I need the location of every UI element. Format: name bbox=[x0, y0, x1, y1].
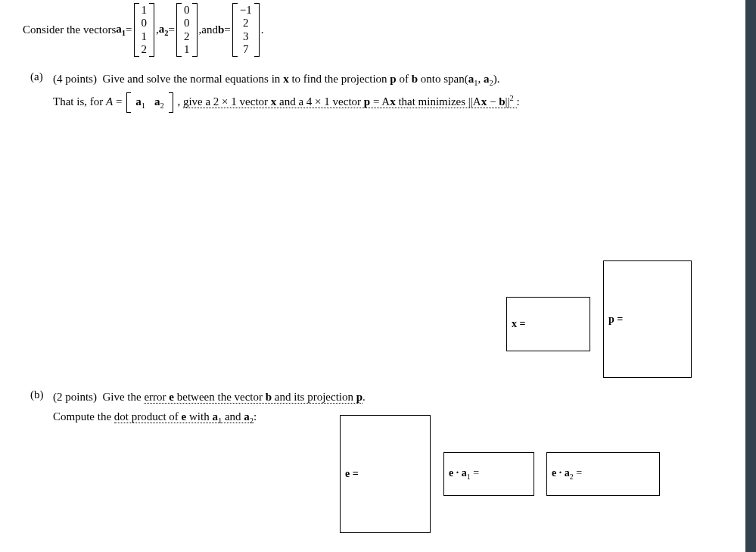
answer-box-x[interactable]: x = bbox=[506, 297, 590, 351]
answer-box-p[interactable]: p = bbox=[603, 260, 692, 378]
x-label: x = bbox=[507, 318, 525, 330]
p-label: p = bbox=[604, 313, 623, 326]
vector-a2: 0 0 2 1 bbox=[176, 3, 198, 57]
a2-symbol: a2 bbox=[159, 23, 169, 37]
period: . bbox=[261, 23, 264, 36]
page: Consider the vectors a1 = 1 0 1 2 , a2 =… bbox=[0, 0, 756, 552]
e-dot-a2-label: e · a2 = bbox=[547, 467, 582, 481]
vector-b: −1 2 3 7 bbox=[232, 3, 260, 57]
part-b-underline2: dot product of e with a1 and a2 bbox=[114, 410, 254, 423]
vector-a1: 1 0 1 2 bbox=[134, 3, 155, 57]
part-a-tag: (a) bbox=[30, 70, 53, 116]
part-a: (a) (4 points) Give and solve the normal… bbox=[30, 70, 730, 116]
eq: = bbox=[224, 23, 230, 36]
intro-lead: Consider the vectors bbox=[23, 23, 116, 36]
part-b-underline1: error e between the vector b and its pro… bbox=[144, 391, 362, 404]
matrix-A: a1 a2 bbox=[126, 92, 173, 113]
part-a-underline: give a 2 × 1 vector x and a 4 × 1 vector… bbox=[183, 95, 517, 108]
b-symbol: b bbox=[218, 23, 224, 36]
eq: = bbox=[169, 23, 175, 36]
and: and bbox=[201, 23, 218, 36]
answer-box-e[interactable]: e = bbox=[340, 415, 431, 533]
a1-symbol: a1 bbox=[116, 23, 126, 37]
part-a-line1: (4 points) Give and solve the normal equ… bbox=[53, 70, 730, 89]
part-a-line2: That is, for A = a1 a2 , give a 2 × 1 ve… bbox=[53, 92, 730, 113]
answer-box-e-dot-a2[interactable]: e · a2 = bbox=[546, 452, 660, 496]
answer-box-e-dot-a1[interactable]: e · a1 = bbox=[443, 452, 534, 496]
part-b-tag: (b) bbox=[30, 388, 53, 430]
e-label: e = bbox=[341, 468, 359, 480]
e-dot-a1-label: e · a1 = bbox=[444, 467, 479, 481]
intro-line: Consider the vectors a1 = 1 0 1 2 , a2 =… bbox=[23, 3, 730, 57]
eq: = bbox=[126, 23, 132, 36]
part-b-line1: (2 points) Give the error e between the … bbox=[53, 388, 730, 406]
part-a-body: (4 points) Give and solve the normal equ… bbox=[53, 70, 730, 116]
